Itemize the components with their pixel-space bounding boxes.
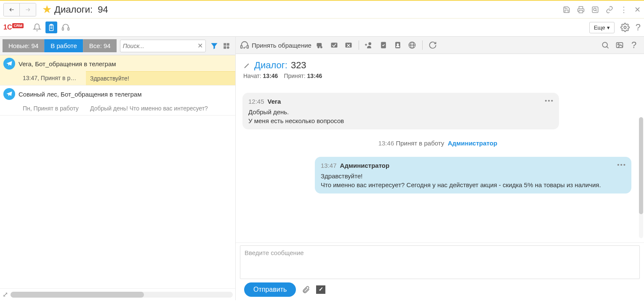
right-panel: Принять обращение ? Диалог: 323 Начат: 1… xyxy=(236,36,644,300)
tab-in-progress[interactable]: В работе xyxy=(44,39,83,52)
nav-back-button[interactable] xyxy=(4,3,20,16)
system-event-text: Принят в работу xyxy=(396,140,444,147)
contact-icon[interactable] xyxy=(392,39,404,51)
svg-rect-3 xyxy=(592,7,598,13)
message-text: Здравствуйте! xyxy=(321,172,625,180)
dialog-number: 323 xyxy=(291,60,306,71)
message-author: Администратор xyxy=(340,161,390,170)
message-input[interactable]: Введите сообщение xyxy=(240,245,640,279)
quick-reply-icon[interactable] xyxy=(316,285,325,294)
save-icon[interactable] xyxy=(563,6,570,13)
headset-icon[interactable] xyxy=(60,22,72,33)
globe-icon[interactable] xyxy=(406,39,418,51)
svg-rect-22 xyxy=(331,43,337,48)
help-icon[interactable]: ? xyxy=(636,22,641,33)
svg-line-36 xyxy=(607,46,608,48)
preview-icon[interactable] xyxy=(591,6,599,13)
message-time: 13:47 xyxy=(321,161,337,170)
expand-icon[interactable]: ⤢ xyxy=(3,290,8,298)
svg-rect-18 xyxy=(247,46,249,48)
message-time: 12:45 xyxy=(248,97,264,106)
dialog-item[interactable]: Vera, Бот_обращения в телеграм 13:47, Пр… xyxy=(0,55,235,86)
dialog-list: Vera, Бот_обращения в телеграм 13:47, Пр… xyxy=(0,55,235,288)
message-menu-icon[interactable]: ••• xyxy=(545,96,554,105)
window-titlebar: ★ Диалоги: 94 ⋮ ✕ xyxy=(0,0,644,19)
headset-check-icon xyxy=(240,40,249,50)
dialog-item[interactable]: Совиный лес, Бот_обращения в телеграм Пн… xyxy=(0,86,235,116)
link-chain-icon[interactable] xyxy=(314,39,326,51)
accept-request-label: Принять обращение xyxy=(252,42,311,49)
svg-point-20 xyxy=(317,46,319,48)
page-title: Диалоги: 94 xyxy=(54,4,108,15)
window-actions: ⋮ ✕ xyxy=(563,5,641,14)
svg-point-12 xyxy=(624,26,626,29)
started-time: 13:46 xyxy=(263,73,278,79)
system-event-user: Администратор xyxy=(448,140,498,147)
dialog-item-meta: 13:47, Принят в р… xyxy=(23,71,86,85)
clipboard-icon[interactable] xyxy=(45,22,57,33)
status-tabs: Новые: 94 В работе Все: 94 xyxy=(3,39,117,52)
app-logo: 1CCRM xyxy=(3,24,29,31)
dialog-title-label: Диалог: xyxy=(254,60,287,71)
left-panel: Новые: 94 В работе Все: 94 ✕ Vera, Бот_о… xyxy=(0,36,236,300)
settings-icon[interactable] xyxy=(620,23,630,32)
divider xyxy=(359,40,359,50)
accept-request-button[interactable]: Принять обращение xyxy=(240,40,311,50)
telegram-icon xyxy=(3,58,15,70)
close-icon[interactable]: ✕ xyxy=(634,5,641,14)
app-toolbar: 1CCRM Еще ▾ ? xyxy=(0,19,644,36)
clear-search-icon[interactable]: ✕ xyxy=(197,42,203,50)
attach-icon[interactable] xyxy=(302,285,310,294)
dialog-item-meta: Пн, Принят в работу xyxy=(23,102,86,115)
composer-area: Введите сообщение Отправить xyxy=(236,242,644,300)
dialog-item-preview: Добрый день! Что именно вас интересует? xyxy=(86,102,235,115)
svg-point-35 xyxy=(602,42,607,47)
svg-line-5 xyxy=(596,10,597,11)
more-vert-icon[interactable]: ⋮ xyxy=(620,5,628,14)
svg-point-31 xyxy=(397,43,399,46)
dialog-timestamps: Начат: 13:46 Принят: 13:46 xyxy=(236,73,644,83)
task-check-icon[interactable] xyxy=(378,39,389,51)
dialog-item-preview: Здравствуйте! xyxy=(86,71,235,85)
filter-icon[interactable] xyxy=(210,42,218,50)
svg-rect-37 xyxy=(617,43,623,48)
started-label: Начат: xyxy=(243,73,261,79)
image-icon[interactable] xyxy=(614,39,625,51)
message-text: Что именно вас интересует? Сегодня у нас… xyxy=(321,180,625,189)
mark-done-icon[interactable] xyxy=(328,39,340,51)
favorite-star-icon[interactable]: ★ xyxy=(42,3,52,16)
link-icon[interactable] xyxy=(606,6,613,13)
search-input[interactable] xyxy=(123,43,197,49)
horizontal-scrollbar[interactable] xyxy=(11,292,233,298)
add-person-icon[interactable] xyxy=(363,39,375,51)
send-button[interactable]: Отправить xyxy=(244,282,296,297)
vertical-scrollbar[interactable] xyxy=(639,117,643,238)
chat-area: 12:45 Vera ••• Добрый день. У меня есть … xyxy=(236,83,644,242)
filter-bar: Новые: 94 В работе Все: 94 ✕ xyxy=(0,36,235,55)
print-icon[interactable] xyxy=(577,6,585,13)
svg-point-21 xyxy=(320,46,322,48)
svg-rect-19 xyxy=(317,43,322,46)
tab-new[interactable]: Новые: 94 xyxy=(3,39,44,52)
refresh-icon[interactable] xyxy=(427,39,439,51)
message-text: Добрый день. xyxy=(248,108,553,116)
nav-forward-button[interactable] xyxy=(20,3,36,16)
search-icon[interactable] xyxy=(599,39,611,51)
help-icon[interactable]: ? xyxy=(628,39,640,51)
accepted-time: 13:46 xyxy=(307,73,322,79)
tab-all[interactable]: Все: 94 xyxy=(83,39,117,52)
search-box[interactable]: ✕ xyxy=(120,40,206,52)
mark-cancel-icon[interactable] xyxy=(343,39,354,51)
svg-point-4 xyxy=(593,8,596,11)
svg-rect-15 xyxy=(224,46,226,48)
edit-icon[interactable] xyxy=(243,62,251,69)
layout-icon[interactable] xyxy=(223,42,230,50)
svg-rect-11 xyxy=(68,28,69,30)
bell-icon[interactable] xyxy=(31,22,43,33)
nav-buttons xyxy=(3,3,36,16)
dialog-item-name: Совиный лес, Бот_обращения в телеграм xyxy=(19,91,141,98)
dialog-item-name: Vera, Бот_обращения в телеграм xyxy=(19,60,116,67)
message-menu-icon[interactable]: ••• xyxy=(617,160,626,169)
more-button[interactable]: Еще ▾ xyxy=(589,22,615,33)
svg-rect-2 xyxy=(579,10,583,13)
